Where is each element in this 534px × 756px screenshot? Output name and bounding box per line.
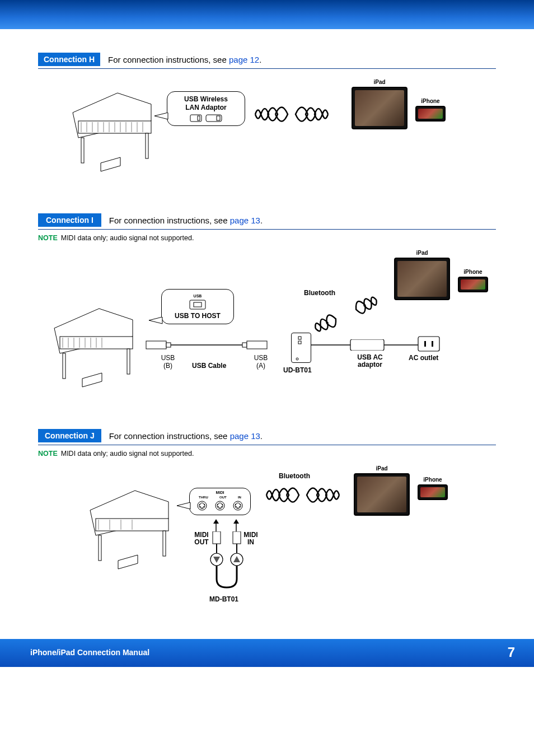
instruction-prefix: For connection instructions, see xyxy=(109,216,230,225)
svg-marker-19 xyxy=(154,113,168,119)
usb-dongle-icon-2 xyxy=(205,114,222,122)
svg-point-57 xyxy=(199,504,200,505)
ipad-label: iPad xyxy=(352,79,407,85)
svg-point-55 xyxy=(198,501,207,510)
period: . xyxy=(260,216,263,225)
midi-port-callout: MIDI THRU OUT IN xyxy=(189,488,251,515)
callout-pointer xyxy=(154,113,169,120)
svg-point-58 xyxy=(204,504,205,505)
svg-rect-37 xyxy=(242,343,247,347)
connection-j-tag: Connection J xyxy=(38,429,101,442)
svg-rect-30 xyxy=(127,349,130,374)
ipad-label: iPad xyxy=(354,465,410,472)
svg-point-75 xyxy=(237,507,238,508)
adaptor-line2: LAN Adaptor xyxy=(173,104,239,112)
ud-bt01-label: UD-BT01 xyxy=(283,366,312,374)
iphone-illustration xyxy=(418,484,448,500)
md-bt01-label: MD-BT01 xyxy=(209,595,238,603)
svg-rect-29 xyxy=(63,353,65,379)
instruction-text-h: For connection instructions, see page 12… xyxy=(108,55,261,64)
midi-din-icon xyxy=(232,500,243,511)
note-row-j: NOTEMIDI data only; audio signal not sup… xyxy=(38,450,496,458)
svg-marker-78 xyxy=(213,519,219,524)
instruction-prefix: For connection instructions, see xyxy=(109,431,230,441)
svg-rect-45 xyxy=(418,337,439,351)
ipad-illustration xyxy=(394,258,450,300)
svg-rect-13 xyxy=(81,138,84,163)
callout-pointer xyxy=(177,502,191,510)
svg-rect-40 xyxy=(298,341,301,344)
usb-cable-illustration xyxy=(142,337,276,353)
ac-outlet-label: AC outlet xyxy=(409,354,438,362)
svg-point-66 xyxy=(218,506,219,507)
diagram-i: USB USB TO HOST USB (B) USB Cable U xyxy=(38,250,496,407)
midi-arrows xyxy=(209,519,243,533)
svg-rect-47 xyxy=(432,341,433,347)
note-row-i: NOTEMIDI data only; audio signal not sup… xyxy=(38,234,496,242)
wireless-waves-icon xyxy=(250,100,334,128)
note-label: NOTE xyxy=(38,234,58,242)
ipad-label: iPad xyxy=(394,250,450,256)
section-header-h: Connection H For connection instructions… xyxy=(38,53,496,69)
iphone-illustration xyxy=(415,106,446,122)
instruction-text-j: For connection instructions, see page 13… xyxy=(109,431,263,441)
usb-cable-label: USB Cable xyxy=(192,362,226,370)
svg-point-41 xyxy=(296,358,298,360)
callout-pointer xyxy=(149,317,163,325)
svg-rect-81 xyxy=(213,531,221,544)
bluetooth-label: Bluetooth xyxy=(279,472,310,480)
svg-point-68 xyxy=(219,507,221,508)
svg-rect-53 xyxy=(99,535,101,561)
ud-bt01-device xyxy=(291,333,311,363)
usb-to-host-callout: USB USB TO HOST xyxy=(161,289,234,324)
note-label: NOTE xyxy=(38,450,58,458)
svg-point-60 xyxy=(203,506,204,507)
piano-illustration xyxy=(67,90,157,174)
section-connection-i: Connection I For connection instructions… xyxy=(38,213,496,407)
usb-ac-adaptor-label: USB AC adaptor xyxy=(350,354,390,368)
svg-point-59 xyxy=(200,506,201,507)
usb-b-sub: (B) xyxy=(157,362,179,370)
period: . xyxy=(259,55,261,64)
section-connection-h: Connection H For connection instructions… xyxy=(38,53,496,191)
midi-title: MIDI xyxy=(193,491,247,496)
svg-point-71 xyxy=(235,504,236,505)
svg-point-62 xyxy=(216,501,224,510)
page-link-i[interactable]: page 13 xyxy=(230,216,260,225)
section-connection-j: Connection J For connection instructions… xyxy=(38,429,496,617)
svg-rect-82 xyxy=(233,531,241,544)
svg-rect-43 xyxy=(350,339,384,351)
usb-b-group: USB (B) xyxy=(157,354,179,370)
svg-point-61 xyxy=(202,507,203,508)
svg-rect-35 xyxy=(166,343,171,347)
iphone-illustration xyxy=(458,277,488,292)
connection-i-tag: Connection I xyxy=(38,213,101,227)
diagram-h: USB Wireless LAN Adaptor iPad xyxy=(38,73,496,191)
page-number: 7 xyxy=(508,645,515,660)
page-link-h[interactable]: page 12 xyxy=(229,55,259,64)
page-footer: iPhone/iPad Connection Manual 7 xyxy=(0,639,534,667)
power-cable-line xyxy=(311,339,429,351)
svg-rect-46 xyxy=(424,341,426,347)
instruction-prefix: For connection instructions, see xyxy=(108,55,229,64)
usb-a-label: USB xyxy=(250,354,272,362)
bluetooth-waves-icon xyxy=(261,481,345,509)
usb-wireless-adaptor-callout: USB Wireless LAN Adaptor xyxy=(167,91,245,126)
midi-thru: THRU xyxy=(199,496,208,500)
diagram-j: MIDI THRU OUT IN xyxy=(38,465,496,617)
svg-marker-80 xyxy=(233,519,239,524)
iphone-label: iPhone xyxy=(458,269,488,275)
svg-rect-34 xyxy=(146,341,166,349)
instruction-text-i: For connection instructions, see page 13… xyxy=(109,216,263,225)
usb-to-host-label: USB TO HOST xyxy=(167,312,228,320)
svg-point-69 xyxy=(233,501,242,510)
bluetooth-waves-icon xyxy=(307,295,385,334)
svg-marker-33 xyxy=(149,317,162,324)
footer-title: iPhone/iPad Connection Manual xyxy=(30,648,149,657)
svg-point-73 xyxy=(236,506,237,507)
svg-point-74 xyxy=(239,506,240,507)
usb-small-label: USB xyxy=(167,294,228,299)
page-link-j[interactable]: page 13 xyxy=(230,431,260,441)
svg-rect-31 xyxy=(190,300,205,309)
svg-point-64 xyxy=(217,504,218,505)
